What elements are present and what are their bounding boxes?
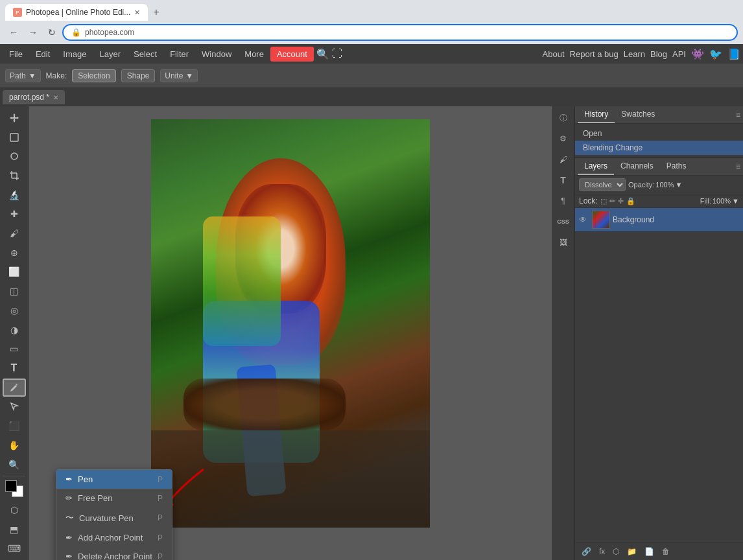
foreground-swatch[interactable] xyxy=(5,480,17,492)
layer-mask-icon[interactable]: ⬡ xyxy=(610,546,622,557)
tool-path-label: Path xyxy=(10,71,26,80)
pen-menu-item-curvature[interactable]: 〜 Curvature Pen P xyxy=(56,508,172,528)
lock-image-icon[interactable]: ✏ xyxy=(609,197,615,205)
info-icon[interactable]: ⓘ xyxy=(554,109,572,127)
menu-more[interactable]: More xyxy=(238,47,270,62)
tool-gradient[interactable]: ◫ xyxy=(3,282,26,300)
tool-crop[interactable] xyxy=(3,167,26,185)
pen-menu-item-delete-anchor[interactable]: ✒ Delete Anchor Point P xyxy=(56,547,172,560)
fill-value[interactable]: 100% xyxy=(713,197,731,205)
file-tab-close-icon[interactable]: ✕ xyxy=(53,94,58,101)
pen-menu-item-add-anchor[interactable]: ✒ Add Anchor Point P xyxy=(56,528,172,547)
paragraph-icon[interactable]: ¶ xyxy=(554,192,572,210)
unite-dropdown[interactable]: Unite ▼ xyxy=(160,69,198,82)
fill-arrow[interactable]: ▼ xyxy=(732,197,739,205)
brush-settings-icon[interactable]: 🖌 xyxy=(554,150,572,169)
tool-lasso[interactable] xyxy=(3,147,26,165)
make-selection-button[interactable]: Selection xyxy=(72,69,115,82)
tool-eyedropper[interactable]: 🔬 xyxy=(3,186,26,204)
history-item-blending[interactable]: Blending Change xyxy=(575,141,743,155)
delete-layer-icon[interactable]: 🗑 xyxy=(659,546,672,557)
back-button[interactable]: ← xyxy=(5,25,22,40)
tool-dropdown-arrow: ▼ xyxy=(29,71,36,80)
lock-transparent-icon[interactable]: ⬚ xyxy=(600,197,607,205)
menu-report[interactable]: Report a bug xyxy=(570,49,619,59)
menu-api[interactable]: API xyxy=(672,49,686,59)
menu-filter[interactable]: Filter xyxy=(163,47,195,62)
menu-select[interactable]: Select xyxy=(127,47,163,62)
lock-all-icon[interactable]: 🔒 xyxy=(626,197,635,205)
tab-title: Photopea | Online Photo Edi... xyxy=(26,8,130,17)
search-icon[interactable]: 🔍 xyxy=(316,48,329,60)
link-layers-icon[interactable]: 🔗 xyxy=(579,546,594,557)
tool-pen[interactable] xyxy=(3,379,26,397)
tool-path-dropdown[interactable]: Path ▼ xyxy=(5,69,41,82)
layers-panel-menu-icon[interactable]: ≡ xyxy=(736,162,740,171)
menu-layer[interactable]: Layer xyxy=(93,47,128,62)
tool-blur[interactable]: ◎ xyxy=(3,301,26,320)
refresh-button[interactable]: ↻ xyxy=(44,25,60,40)
css-icon[interactable]: CSS xyxy=(554,213,572,231)
blend-mode-select[interactable]: Dissolve Normal Multiply xyxy=(579,178,626,191)
reddit-icon[interactable]: 👾 xyxy=(691,48,704,60)
tool-text[interactable]: T xyxy=(3,359,26,377)
tool-heal[interactable]: ✚ xyxy=(3,205,26,224)
fullscreen-icon[interactable]: ⛶ xyxy=(332,48,342,60)
menu-edit[interactable]: Edit xyxy=(29,47,56,62)
opacity-value[interactable]: 100% xyxy=(655,181,674,189)
tool-select[interactable] xyxy=(3,128,26,146)
new-group-icon[interactable]: 📁 xyxy=(624,546,639,557)
tab-close-icon[interactable]: ✕ xyxy=(134,8,140,17)
menu-image[interactable]: Image xyxy=(56,47,93,62)
address-bar[interactable]: 🔒 photopea.com xyxy=(62,24,738,41)
tab-paths[interactable]: Paths xyxy=(660,158,693,175)
lock-position-icon[interactable]: ✛ xyxy=(618,197,624,205)
tab-channels[interactable]: Channels xyxy=(614,158,660,175)
menu-window[interactable]: Window xyxy=(195,47,238,62)
tool-path-select[interactable] xyxy=(3,398,26,416)
new-tab-button[interactable]: + xyxy=(148,4,164,21)
tool-brush[interactable]: 🖌 xyxy=(3,224,26,242)
menu-about[interactable]: About xyxy=(543,49,565,59)
facebook-icon[interactable]: 📘 xyxy=(727,48,740,60)
browser-tab[interactable]: P Photopea | Online Photo Edi... ✕ xyxy=(5,4,148,21)
tool-shape[interactable]: ▭ xyxy=(3,340,26,358)
tool-quick-mask[interactable]: ⬡ xyxy=(3,501,26,519)
new-layer-icon[interactable]: 📄 xyxy=(642,546,657,557)
pen-menu-item-pen[interactable]: ✒ Pen P xyxy=(56,470,172,489)
tool-eraser[interactable]: ⬜ xyxy=(3,263,26,281)
tool-move[interactable] xyxy=(3,109,26,127)
color-swatches[interactable] xyxy=(3,479,26,500)
opacity-arrow[interactable]: ▼ xyxy=(676,181,683,189)
menu-learn[interactable]: Learn xyxy=(624,49,645,59)
tool-keyboard[interactable]: ⌨ xyxy=(3,539,26,557)
twitter-icon[interactable]: 🐦 xyxy=(709,48,722,60)
canvas[interactable] xyxy=(151,119,430,528)
text-tool-icon[interactable]: T xyxy=(554,171,572,189)
menu-blog[interactable]: Blog xyxy=(650,49,667,59)
forward-button[interactable]: → xyxy=(25,25,41,40)
history-panel-menu-icon[interactable]: ≡ xyxy=(736,110,740,119)
tab-history[interactable]: History xyxy=(578,106,615,123)
tool-zoom[interactable]: 🔍 xyxy=(3,456,26,474)
settings-icon[interactable]: ⚙ xyxy=(554,130,572,148)
layer-item-background[interactable]: 👁 Background xyxy=(575,208,743,232)
menu-file[interactable]: File xyxy=(3,47,29,62)
file-tab-parrot[interactable]: parrot.psd * ✕ xyxy=(3,90,65,104)
menu-account[interactable]: Account xyxy=(270,47,314,62)
lock-icon: 🔒 xyxy=(71,28,81,37)
tool-screen-mode[interactable]: ⬒ xyxy=(3,520,26,539)
tool-stamp[interactable]: ⊕ xyxy=(3,244,26,262)
tab-layers[interactable]: Layers xyxy=(578,158,614,175)
tool-rectangle-shape[interactable]: ⬛ xyxy=(3,417,26,435)
tool-dodge[interactable]: ◑ xyxy=(3,321,26,339)
layer-visibility-icon[interactable]: 👁 xyxy=(579,215,589,224)
image-icon[interactable]: 🖼 xyxy=(554,233,572,251)
pen-menu-item-free[interactable]: ✏ Free Pen P xyxy=(56,489,172,508)
layer-effects-icon[interactable]: fx xyxy=(596,546,607,557)
make-shape-button[interactable]: Shape xyxy=(121,69,156,82)
tool-hand[interactable]: ✋ xyxy=(3,436,26,454)
tab-swatches[interactable]: Swatches xyxy=(615,106,661,123)
history-item-open[interactable]: Open xyxy=(575,126,743,141)
curvature-pen-icon: 〜 xyxy=(65,512,74,524)
